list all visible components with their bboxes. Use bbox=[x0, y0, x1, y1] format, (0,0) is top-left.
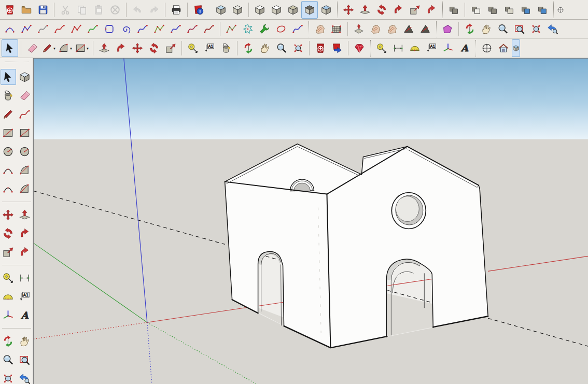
follow-me-button[interactable] bbox=[113, 39, 129, 57]
hidden-line-button[interactable] bbox=[268, 1, 285, 19]
polyline-green-button[interactable] bbox=[151, 20, 167, 38]
arc-blue-button[interactable] bbox=[134, 20, 151, 38]
zoom-window-button[interactable] bbox=[511, 20, 528, 38]
scale-tool[interactable] bbox=[1, 244, 16, 260]
copy-button[interactable] bbox=[74, 1, 90, 19]
drape-button[interactable] bbox=[384, 20, 400, 38]
zoom-window-tool[interactable] bbox=[17, 352, 32, 368]
previous-view-tool[interactable] bbox=[17, 371, 32, 384]
clipped-button[interactable] bbox=[556, 1, 565, 19]
cut-button[interactable] bbox=[57, 1, 74, 19]
rotated-rectangle-tool[interactable] bbox=[17, 125, 32, 141]
ellipse-button[interactable] bbox=[273, 20, 289, 38]
3d-text-tool[interactable] bbox=[17, 307, 32, 323]
line-tool[interactable] bbox=[1, 106, 16, 122]
axes-button[interactable] bbox=[440, 39, 456, 57]
3d-text-button[interactable] bbox=[456, 39, 473, 57]
zoom-extents-tool[interactable] bbox=[1, 371, 16, 384]
arc-tool[interactable] bbox=[17, 181, 32, 197]
clipped-right-button[interactable] bbox=[512, 39, 520, 57]
position-camera-button[interactable] bbox=[479, 39, 495, 57]
two-point-arc-tool[interactable] bbox=[1, 162, 16, 178]
get-models-button[interactable] bbox=[312, 39, 329, 57]
follow-me-tool[interactable] bbox=[17, 225, 32, 241]
zoom-button[interactable] bbox=[273, 39, 290, 57]
text-tool[interactable] bbox=[17, 289, 32, 305]
move-button[interactable] bbox=[129, 39, 146, 57]
make-component-tool[interactable] bbox=[17, 69, 32, 85]
closed-curve-button[interactable] bbox=[289, 20, 306, 38]
intersect-button[interactable] bbox=[468, 1, 484, 19]
sandbox-from-scratch-button[interactable] bbox=[328, 20, 345, 38]
paint-bucket-button[interactable] bbox=[218, 39, 234, 57]
back-edges-button[interactable] bbox=[229, 1, 246, 19]
offset-button[interactable] bbox=[423, 1, 440, 19]
zoom-extents-button[interactable] bbox=[528, 20, 544, 38]
orbit-button[interactable] bbox=[240, 39, 257, 57]
protractor-tool[interactable] bbox=[1, 289, 16, 305]
rotate-button[interactable] bbox=[373, 1, 390, 19]
monochrome-button[interactable] bbox=[318, 1, 334, 19]
share-model-button[interactable] bbox=[329, 39, 345, 57]
add-detail-button[interactable] bbox=[400, 20, 417, 38]
model-scene[interactable] bbox=[34, 59, 588, 384]
print-button[interactable] bbox=[168, 1, 185, 19]
sandbox-from-contours-button[interactable] bbox=[312, 20, 328, 38]
new-model-button[interactable] bbox=[2, 1, 18, 19]
bezier-edit-button[interactable] bbox=[35, 20, 51, 38]
orbit-button[interactable] bbox=[461, 20, 478, 38]
follow-me-button[interactable] bbox=[390, 1, 407, 19]
text-2-button[interactable] bbox=[423, 39, 440, 57]
eraser-button[interactable] bbox=[24, 39, 40, 57]
scale-button[interactable] bbox=[407, 1, 423, 19]
stamp-button[interactable] bbox=[367, 20, 384, 38]
shaded-button[interactable] bbox=[285, 1, 301, 19]
pan-button[interactable] bbox=[257, 39, 273, 57]
zoom-previous-button[interactable] bbox=[544, 20, 561, 38]
polyline-3d-button[interactable] bbox=[223, 20, 240, 38]
tape-measure-2-button[interactable] bbox=[373, 39, 390, 57]
move-button[interactable] bbox=[340, 1, 357, 19]
pan-button[interactable] bbox=[478, 20, 495, 38]
arc-button[interactable]: ▼ bbox=[57, 39, 74, 57]
smoove-button[interactable] bbox=[351, 20, 367, 38]
bezier-polyline-button[interactable] bbox=[18, 20, 35, 38]
spiral-button[interactable] bbox=[118, 20, 134, 38]
move-tool[interactable] bbox=[1, 207, 16, 223]
make-face-button[interactable] bbox=[439, 20, 456, 38]
polygon-star-button[interactable] bbox=[240, 20, 256, 38]
paste-button[interactable] bbox=[90, 1, 107, 19]
pan-tool[interactable] bbox=[17, 333, 32, 349]
paint-bucket-tool[interactable] bbox=[1, 88, 16, 104]
split-button[interactable] bbox=[534, 1, 551, 19]
circle-tool[interactable] bbox=[1, 144, 16, 160]
push-pull-button[interactable] bbox=[96, 39, 113, 57]
eraser-tool[interactable] bbox=[17, 88, 32, 104]
dimension-tool[interactable] bbox=[17, 270, 32, 286]
dimension-button[interactable] bbox=[390, 39, 407, 57]
zoom-button[interactable] bbox=[495, 20, 511, 38]
bezier-convert-button[interactable] bbox=[256, 20, 273, 38]
big-arc-button[interactable] bbox=[201, 20, 217, 38]
undo-button[interactable] bbox=[129, 1, 146, 19]
xray-mode-button[interactable] bbox=[213, 1, 229, 19]
3d-viewport[interactable] bbox=[33, 58, 588, 384]
pie-tool[interactable] bbox=[17, 162, 32, 178]
zoom-tool[interactable] bbox=[1, 352, 16, 368]
shaded-textures-button[interactable] bbox=[301, 1, 318, 19]
model-info-button[interactable] bbox=[190, 1, 207, 19]
save-model-button[interactable] bbox=[35, 1, 51, 19]
text-button[interactable] bbox=[201, 39, 218, 57]
bezier-zigzag-button[interactable] bbox=[68, 20, 85, 38]
arc-green-button[interactable] bbox=[85, 20, 101, 38]
extension-warehouse-button[interactable] bbox=[351, 39, 368, 57]
offset-tool[interactable] bbox=[17, 244, 32, 260]
rotate-button[interactable] bbox=[146, 39, 162, 57]
rotate-tool[interactable] bbox=[1, 225, 16, 241]
tape-measure-tool[interactable] bbox=[1, 270, 16, 286]
tape-measure-button[interactable] bbox=[185, 39, 201, 57]
toolbar-drag-handle[interactable] bbox=[5, 62, 29, 64]
flip-edge-button[interactable] bbox=[417, 20, 433, 38]
polygon-tool[interactable] bbox=[17, 144, 32, 160]
outer-shell-button[interactable] bbox=[445, 1, 462, 19]
